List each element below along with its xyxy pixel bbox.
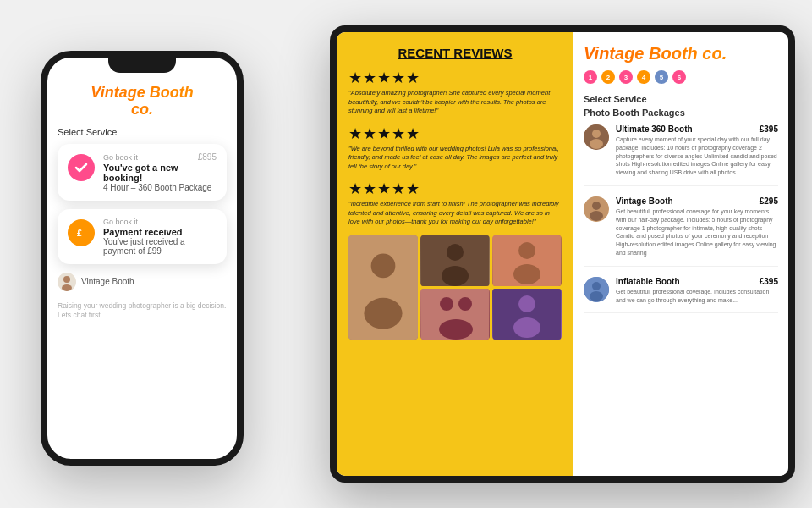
phone-logo-text2: co. [58,102,227,119]
service-inflatable-name: Inflatable Booth [616,277,680,286]
photo-5 [492,289,562,340]
reviews-title: Recent Reviews [348,46,562,60]
vintage-label: Vintage Booth [81,277,134,286]
notif-booking-subtitle: 4 Hour – 360 Booth Package [103,183,217,192]
photo-1 [348,235,418,340]
svg-point-27 [590,291,603,301]
dot-nav-item-4[interactable]: 4 [637,70,650,84]
review-2: ★★★★★ "We are beyond thrilled with our w… [348,124,562,172]
svg-point-7 [447,244,464,261]
service-360-avatar [584,124,609,150]
svg-point-23 [592,202,601,210]
review-2-text: "We are beyond thrilled with our wedding… [348,145,562,172]
svg-point-5 [364,297,402,329]
chat-hint: Raising your wedding photographer is a b… [58,301,227,322]
svg-point-1 [63,276,70,283]
service-inflatable-price: £395 [760,277,778,286]
tablet-logo: Vintage Booth co. [584,44,778,64]
svg-point-17 [518,295,535,312]
service-360-name: Ultimate 360 Booth [616,124,693,134]
svg-text:£: £ [77,228,82,238]
service-vintage-name: Vintage Booth [616,196,673,206]
svg-point-11 [513,264,540,284]
tablet-select-service: Select Service [584,94,778,104]
phone-logo: Vintage Booth co. [58,85,227,119]
notif-app-label2: Go book it [103,218,217,226]
review-1-stars: ★★★★★ [348,69,562,87]
dot-nav-item-3[interactable]: 3 [619,70,633,84]
svg-point-13 [440,297,453,311]
photo-4 [420,289,490,340]
svg-point-18 [513,318,540,338]
review-3-text: "Incredible experience from start to fin… [348,200,562,227]
review-3: ★★★★★ "Incredible experience from start … [348,179,562,227]
service-360-booth[interactable]: Ultimate 360 Booth £395 Capture every mo… [584,124,778,186]
service-360-desc: Capture every moment of your special day… [616,135,778,177]
service-vintage-info: Vintage Booth £295 Get beautiful, profes… [616,196,778,257]
phone-notch [108,58,176,73]
photo-grid [348,235,562,340]
svg-point-10 [518,242,535,259]
dot-navigation[interactable]: 123456 [584,70,778,84]
notification-payment-body: Go book it Payment received You've just … [103,218,217,256]
dot-nav-item-1[interactable]: 1 [584,70,597,84]
photo-3 [492,235,562,286]
dot-nav-item-6[interactable]: 6 [672,70,686,84]
notif-payment-title: Payment received [103,227,217,237]
notif-booking-title: You've got a new booking! [103,163,217,183]
svg-point-21 [590,139,603,149]
svg-point-14 [458,297,472,311]
svg-point-8 [442,266,469,286]
service-360-price: £395 [760,124,778,134]
review-1: ★★★★★ "Absolutely amazing photographer! … [348,69,562,116]
reviews-panel: Recent Reviews ★★★★★ "Absolutely amazing… [337,32,573,476]
service-inflatable-info: Inflatable Booth £395 Get beautiful, pro… [616,277,778,305]
svg-point-15 [439,319,473,340]
service-panel[interactable]: Vintage Booth co. 123456 Select Service … [573,32,788,476]
svg-point-24 [590,211,603,221]
review-3-stars: ★★★★★ [348,179,562,198]
notification-booking-body: Go book it £895 You've got a new booking… [103,152,217,192]
dot-nav-item-2[interactable]: 2 [601,70,615,84]
tablet-device: Recent Reviews ★★★★★ "Absolutely amazing… [330,25,795,483]
notification-booking[interactable]: Go book it £895 You've got a new booking… [58,144,227,201]
svg-point-26 [592,282,601,290]
vintage-booth-row: Vintage Booth [58,273,227,291]
tablet-inner: Recent Reviews ★★★★★ "Absolutely amazing… [337,32,788,476]
service-vintage-desc: Get beautiful, professional coverage for… [616,207,778,257]
service-vintage-avatar [584,196,609,222]
service-inflatable-avatar [584,277,609,302]
tablet-category: Photo Booth Packages [584,108,778,118]
service-vintage-booth[interactable]: Vintage Booth £295 Get beautiful, profes… [584,196,778,267]
notif-app-label: Go book it [103,153,138,162]
phone-device: Vintage Booth co. Select Service Go book… [41,51,244,466]
notif-payment-subtitle: You've just received a payment of £99 [103,237,217,256]
service-360-info: Ultimate 360 Booth £395 Capture every mo… [616,124,778,177]
notification-payment[interactable]: £ Go book it Payment received You've jus… [58,209,227,264]
payment-pound-icon: £ [68,219,95,246]
photo-2 [420,235,490,286]
svg-point-2 [62,284,72,291]
dot-nav-item-5[interactable]: 5 [655,70,668,84]
service-inflatable-booth[interactable]: Inflatable Booth £395 Get beautiful, pro… [584,277,778,314]
service-inflatable-desc: Get beautiful, professional coverage. In… [616,288,778,305]
phone-logo-text: Vintage Booth [58,85,227,102]
service-vintage-price: £295 [760,196,778,206]
svg-point-4 [371,253,396,278]
review-1-text: "Absolutely amazing photographer! She ca… [348,89,562,116]
review-2-stars: ★★★★★ [348,124,562,143]
vintage-avatar [58,273,76,291]
svg-point-20 [592,130,601,138]
notif-price: £895 [198,152,217,162]
phone-select-service: Select Service [58,127,227,137]
booking-check-icon [68,154,95,181]
